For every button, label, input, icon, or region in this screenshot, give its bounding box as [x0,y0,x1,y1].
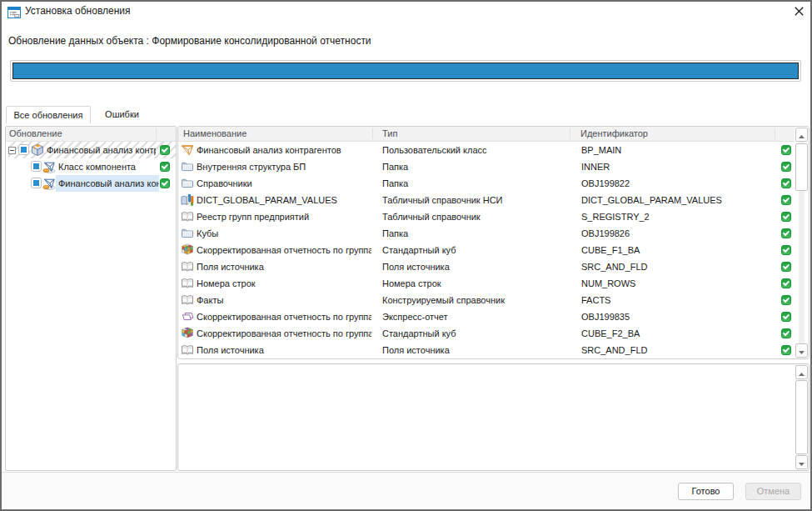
success-icon [781,345,791,357]
progress-fill [12,63,799,79]
table-row[interactable]: Скорректированная отчетность по группамС… [178,242,809,258]
success-icon [781,312,791,323]
footer: Готово Отмена [0,472,812,509]
dialog-icon [7,7,21,18]
cell-name: Справочники [197,175,371,192]
column-header-id[interactable]: Идентификатор [570,127,775,142]
tree-item[interactable]: Класс компонента [6,158,176,175]
tree-item-label: Финансовый анализ контрагентов [58,175,159,192]
arrow-down-icon [799,457,805,468]
cell-id: INNER [581,158,773,175]
cell-type: Папка [382,175,567,192]
success-icon [781,195,791,207]
close-button[interactable] [790,3,808,22]
table-row[interactable]: Номера строкНомера строкNUM_ROWS [178,275,809,292]
message-scrollbar[interactable] [795,364,809,470]
dictionary-icon [181,260,194,275]
success-icon [781,162,791,173]
cell-name: Скорректированная отчетность по группам [197,308,371,325]
class-icon [42,160,56,175]
tab-all-updates[interactable]: Все обновления [6,106,91,123]
express-report-icon [181,310,194,325]
tree-header: Обновление [6,127,176,142]
table-row[interactable]: ФактыКонструируемый справочникFACTS [178,292,809,308]
table-row[interactable]: Финансовый анализ контрагентовПользовате… [178,142,809,158]
scroll-up-button[interactable] [795,128,808,142]
tree-item[interactable]: Финансовый анализ контрагентов [6,175,176,192]
arrow-down-icon [799,345,805,357]
cell-type: Номера строк [382,275,567,292]
update-tree: Финансовый анализ контрагентовКласс комп… [6,142,176,192]
tab-errors[interactable]: Ошибки [91,106,153,123]
dictionary-icon [181,343,194,358]
success-icon [160,162,170,173]
scroll-down-button[interactable] [795,343,808,358]
cell-id: OBJ199835 [581,308,773,325]
cell-type: Папка [382,225,567,242]
cell-type: Экспресс-отчет [382,308,567,325]
table-row[interactable]: СправочникиПапкаOBJ199822 [178,175,809,192]
scroll-up-button[interactable] [795,365,808,379]
success-icon [781,295,791,307]
cell-id: OBJ199822 [581,175,773,192]
cell-name: Поля источника [197,258,371,275]
success-icon [160,145,170,157]
cell-name: Скорректированная отчетность по группам [197,242,371,258]
tree-item-label: Класс компонента [58,158,159,175]
success-icon [781,262,791,273]
package-icon [31,143,44,158]
checkbox-checked-icon[interactable] [31,178,42,190]
dictionary-icon [181,293,194,308]
folder-icon [181,177,194,192]
tree-item[interactable]: Финансовый анализ контрагентов [6,142,176,158]
column-header-name[interactable]: Наименование [178,127,372,142]
table-scrollbar[interactable] [795,127,809,358]
collapse-expander-icon[interactable] [8,146,16,153]
cell-id: NUM_ROWS [581,275,773,292]
table-row[interactable]: Поля источникаПоля источникаSRC_AND_FLD [178,258,809,275]
cell-type: Папка [382,158,567,175]
checkbox-checked-icon[interactable] [31,161,42,173]
cell-id: DICT_GLOBAL_PARAM_VALUES [581,192,773,208]
dictionary-icon [181,277,194,292]
table-row[interactable]: DICT_GLOBAL_PARAM_VALUESТабличный справо… [178,192,809,208]
updates-table-panel: Наименование Тип Идентификатор Финансовы… [177,126,810,359]
table-row[interactable]: Скорректированная отчетность по группамС… [178,325,809,342]
status-label: Обновление данных объекта : Формирование… [8,35,371,47]
success-icon [781,145,791,157]
cell-type: Конструируемый справочник [382,292,567,308]
scroll-down-button[interactable] [795,455,808,469]
cell-name: Кубы [197,225,371,242]
class-icon [42,177,56,192]
cell-name: Реестр групп предприятий [197,208,371,225]
column-header-type[interactable]: Тип [372,127,570,142]
tree-header-separator [156,128,157,139]
cell-name: DICT_GLOBAL_PARAM_VALUES [197,192,371,208]
table-row[interactable]: Скорректированная отчетность по группамЭ… [178,308,809,325]
dictionary-icon [181,210,194,225]
table-row[interactable]: КубыПапкаOBJ199826 [178,225,809,242]
checkbox-checked-icon[interactable] [18,144,29,157]
success-icon [781,228,791,240]
cell-type: Табличный справочник [382,208,567,225]
cell-name: Финансовый анализ контрагентов [197,142,371,158]
cell-id: CUBE_F1_BA [581,242,773,258]
tree-header-label: Обновление [9,128,62,138]
updates-table: Финансовый анализ контрагентовПользовате… [178,142,809,358]
cube-icon [181,243,194,258]
table-row[interactable]: Внутренняя структура БППапкаINNER [178,158,809,175]
table-row[interactable]: Реестр групп предприятийТабличный справо… [178,208,809,225]
cell-name: Внутренняя структура БП [197,158,371,175]
cell-id: S_REGISTRY_2 [581,208,773,225]
update-tree-panel: Обновление Финансовый анализ контрагенто… [5,126,177,471]
table-row[interactable]: Поля источникаПоля источникаSRC_AND_FLD [178,342,809,358]
tree-item-label: Финансовый анализ контрагентов [47,142,156,158]
folder-icon [181,160,194,175]
scrollbar-thumb[interactable] [795,143,808,191]
cube2-icon [181,327,194,342]
arrow-up-icon [799,367,805,378]
done-button[interactable]: Готово [678,483,734,500]
success-icon [781,245,791,257]
scrollbar-thumb[interactable] [795,380,808,454]
cell-id: OBJ199826 [581,225,773,242]
